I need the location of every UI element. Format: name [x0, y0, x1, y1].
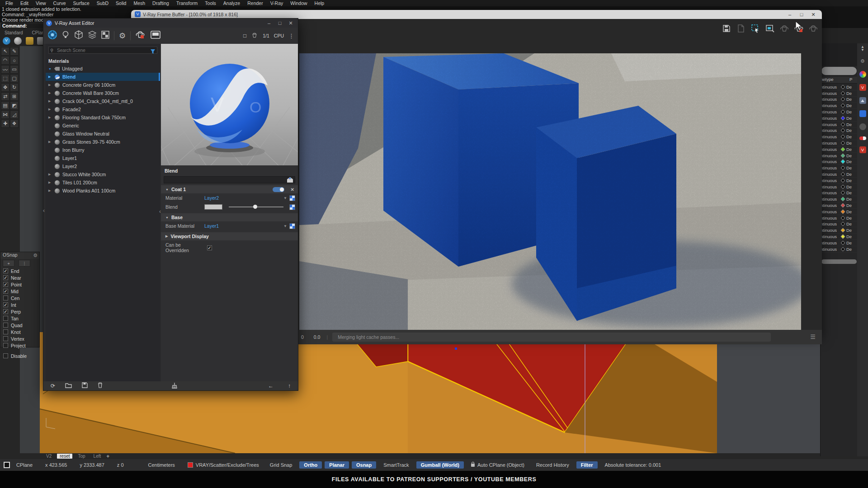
layer-color-diamond[interactable] [841, 160, 845, 164]
material-item-concrete-grey-06-100cm[interactable]: ▶Concrete Grey 06 100cm [46, 81, 160, 89]
material-item-blend[interactable]: ▶Blend [46, 73, 160, 81]
tool-icon-14[interactable]: ◩ [10, 101, 19, 110]
material-item-grass-stones-39-75-400cm[interactable]: ▶Grass Stones 39-75 400cm [46, 138, 160, 146]
layer-row[interactable]: ntinuousDe [821, 209, 858, 215]
tool-icon-11[interactable]: ⇄ [1, 92, 9, 101]
layer-row[interactable]: ntinuousDe [821, 196, 858, 202]
osnap-option-project[interactable]: Project [0, 342, 39, 349]
menu-item-vray[interactable]: V-Ray [267, 0, 287, 6]
layer-row[interactable]: ntinuousDe [821, 190, 858, 197]
tool-icon-4[interactable]: ○ [10, 56, 19, 65]
expand-arrow-icon[interactable]: ▶ [48, 189, 52, 192]
close-button[interactable]: ✕ [285, 19, 296, 28]
material-item-crack-004-crack-004-mtl-mtl-0[interactable]: ▶Crack 004_Crack_004_mtl_mtl_0 [46, 97, 160, 105]
expand-arrow-icon[interactable]: ▶ [48, 108, 52, 111]
render-elements-tab-icon[interactable] [101, 31, 109, 41]
menu-item-window[interactable]: Window [287, 0, 311, 6]
material-item-concrete-wall-bare-300cm[interactable]: ▶Concrete Wall Bare 300cm [46, 89, 160, 97]
osnap-option-near[interactable]: ✓Near [0, 274, 39, 281]
tool-icon-8[interactable]: ▢ [10, 74, 19, 83]
layers-hscrollbar[interactable] [821, 259, 857, 264]
checkbox[interactable]: ✓ [3, 268, 8, 273]
status-toggle-gumball-world-[interactable]: Gumball (World) [416, 461, 464, 469]
geometry-tab-icon[interactable] [74, 30, 83, 41]
osnap-option-int[interactable]: ✓Int [0, 301, 39, 308]
up-arrow-icon[interactable]: ↑ [288, 383, 291, 389]
status-toggle-auto-cplane-object-[interactable]: Auto CPlane (Object) [467, 461, 529, 469]
material-item-layer1[interactable]: Layer1 [46, 154, 160, 162]
engine-dropdown[interactable]: CPU [274, 33, 284, 38]
layer-color-diamond[interactable] [841, 240, 845, 245]
save-image-icon[interactable] [722, 23, 731, 33]
units-label[interactable]: Centimeters [130, 462, 181, 468]
back-arrow-icon[interactable]: ← [268, 383, 274, 389]
osnap-option-perp[interactable]: ✓Perp [0, 308, 39, 315]
blend-amount-slider[interactable] [229, 206, 283, 207]
layer-color-diamond[interactable] [841, 116, 845, 120]
layer-color-diamond[interactable] [841, 153, 845, 158]
frame-buffer-icon[interactable] [151, 31, 160, 41]
menu-item-subd[interactable]: SubD [93, 0, 112, 6]
layer-color-diamond[interactable] [841, 172, 845, 177]
layer-color-diamond[interactable] [841, 209, 845, 214]
material-group-untagged[interactable]: ▼ Untagged [46, 65, 160, 73]
layer-color-diamond[interactable] [841, 84, 845, 89]
layer-color-diamond[interactable] [841, 110, 845, 114]
checkbox[interactable]: ✓ [3, 289, 8, 294]
material-item-tiles-l01-200cm[interactable]: ▶Tiles L01 200cm [46, 178, 160, 187]
section-coat[interactable]: ▼ Coat 1 ✕ [161, 185, 298, 193]
override-checkbox[interactable]: ✓ [207, 245, 212, 250]
blue-swatch-icon[interactable] [859, 110, 866, 117]
osnap-option-point[interactable]: ✓Point [0, 281, 39, 288]
preview-window-icon[interactable]: □ [243, 33, 246, 39]
capsule-icon[interactable] [859, 136, 866, 140]
expand-arrow-icon[interactable]: ▶ [48, 140, 52, 144]
layer-row[interactable]: ntinuousDe [821, 97, 858, 103]
layer-color-diamond[interactable] [841, 216, 845, 220]
tool-icon-15[interactable]: ⋈ [1, 110, 9, 119]
layer-row[interactable]: ntinuousDe [821, 178, 858, 184]
coat-remove-icon[interactable]: ✕ [291, 187, 294, 192]
texture-slot-button[interactable] [289, 195, 295, 201]
expand-arrow-icon[interactable]: ▶ [48, 116, 52, 119]
menu-item-render[interactable]: Render [244, 0, 266, 6]
osnap-tab-track[interactable]: ⋮ [19, 260, 30, 267]
collapse-tree-handle[interactable]: ‹ [159, 208, 161, 215]
maximize-button[interactable]: □ [796, 12, 807, 17]
minimize-button[interactable]: – [784, 12, 796, 17]
status-toggle-filter[interactable]: Filter [576, 461, 598, 469]
layer-row[interactable]: ntinuousDe [821, 234, 858, 240]
status-toggle-osnap[interactable]: Osnap [352, 461, 376, 469]
chevron-down-icon[interactable]: ▼ [283, 224, 287, 228]
tool-icon-2[interactable]: ✎ [10, 47, 19, 56]
osnap-option-quad[interactable]: Quad [0, 322, 39, 328]
menu-item-solid[interactable]: Solid [112, 0, 130, 6]
layer-color-diamond[interactable] [841, 122, 845, 127]
project-icon[interactable] [4, 462, 10, 468]
layer-color-diamond[interactable] [841, 166, 845, 170]
vray-panel-icon[interactable]: V [859, 84, 866, 91]
scroll-spinner-icon[interactable]: ▲▼ [861, 45, 864, 52]
slider-knob[interactable] [253, 205, 257, 209]
material-item-flooring-standard-oak-750cm[interactable]: ▶Flooring Standard Oak 750cm [46, 113, 160, 122]
viewport-tab-reset[interactable]: reset [57, 454, 72, 459]
tool-icon-5[interactable]: 〰 [1, 65, 9, 74]
layer-row[interactable]: ntinuousDe [821, 215, 858, 221]
material-item-wood-planks-a01-100cm[interactable]: ▶Wood Planks A01 100cm [46, 187, 160, 195]
render-with-vray-icon[interactable] [135, 30, 146, 41]
checkbox[interactable]: ✓ [3, 302, 8, 307]
layer-row[interactable]: ntinuousDe [821, 184, 858, 190]
photo-icon[interactable] [859, 97, 866, 104]
checkbox[interactable] [3, 353, 8, 358]
close-button[interactable]: ✕ [807, 12, 819, 18]
osnap-option-vertex[interactable]: Vertex [0, 335, 39, 342]
coat-enable-toggle[interactable] [273, 187, 284, 192]
add-viewport-tab[interactable]: + [106, 453, 109, 460]
material-item-generic[interactable]: Generic [46, 122, 160, 130]
material-item-glass-window-neutral[interactable]: Glass Window Neutral [46, 130, 160, 138]
color-wheel-icon[interactable] [859, 71, 866, 78]
gear-icon[interactable]: ⚙ [859, 58, 866, 65]
osnap-option-tan[interactable]: Tan [0, 315, 39, 322]
viewport-tab-top[interactable]: Top [75, 454, 88, 459]
layer-color-diamond[interactable] [841, 203, 845, 208]
